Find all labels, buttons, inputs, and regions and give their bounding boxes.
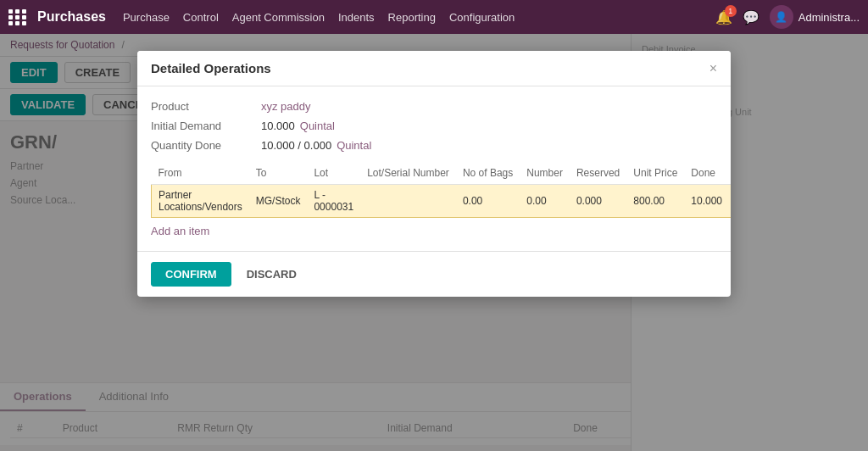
product-value[interactable]: xyz paddy xyxy=(261,100,311,113)
initial-demand-label: Initial Demand xyxy=(151,120,261,132)
apps-menu[interactable] xyxy=(8,9,27,25)
discard-button[interactable]: DISCARD xyxy=(238,262,305,287)
cell-number: 0.00 xyxy=(520,185,570,218)
col-unit-price: Unit Price xyxy=(626,162,684,185)
top-right-actions: 🔔 1 💬 👤 Administra... xyxy=(715,5,860,29)
menu-control[interactable]: Control xyxy=(183,11,219,24)
content-area: Requests for Quotation / EDIT CREATE VAL… xyxy=(0,34,868,451)
chat-icon[interactable]: 💬 xyxy=(743,9,760,25)
col-uom: Unit of Measure xyxy=(729,162,731,185)
col-lot-serial: Lot/Serial Number xyxy=(360,162,456,185)
cell-to: MG/Stock xyxy=(249,185,308,218)
quantity-done-value: 10.000 / 0.000 xyxy=(261,139,331,152)
modal-overlay: Detailed Operations × Product xyz paddy … xyxy=(0,34,868,451)
close-icon[interactable]: × xyxy=(709,62,717,75)
cell-bags: 0.00 xyxy=(456,185,520,218)
operations-detail-table: From To Lot Lot/Serial Number No of Bags… xyxy=(151,162,731,218)
notification-badge: 1 xyxy=(725,5,737,17)
quantity-done-label: Quantity Done xyxy=(151,139,261,152)
cell-uom: Quintal xyxy=(729,185,731,218)
top-navigation: Purchases Purchase Control Agent Commiss… xyxy=(0,0,868,34)
modal-header: Detailed Operations × xyxy=(137,51,731,86)
cell-reserved: 0.000 xyxy=(570,185,626,218)
modal-title: Detailed Operations xyxy=(151,61,271,75)
quantity-done-unit[interactable]: Quintal xyxy=(337,139,371,152)
col-lot: Lot xyxy=(307,162,360,185)
col-reserved: Reserved xyxy=(570,162,626,185)
quantity-done-row: Quantity Done 10.000 / 0.000 Quintal xyxy=(151,139,717,152)
product-label: Product xyxy=(151,100,261,113)
cell-done: 10.000 xyxy=(684,185,729,218)
col-done-qty: Done xyxy=(684,162,729,185)
product-row: Product xyz paddy xyxy=(151,100,717,113)
menu-purchase[interactable]: Purchase xyxy=(123,11,170,24)
modal-footer: CONFIRM DISCARD xyxy=(137,251,731,297)
app-brand: Purchases xyxy=(37,9,106,25)
cell-lot-serial xyxy=(360,185,456,218)
col-from: From xyxy=(152,162,249,185)
cell-unit-price: 800.00 xyxy=(626,185,684,218)
table-row: Partner Locations/Vendors MG/Stock L - 0… xyxy=(152,185,732,218)
notifications-icon[interactable]: 🔔 1 xyxy=(715,9,732,25)
add-item-link[interactable]: Add an item xyxy=(151,225,209,237)
user-name: Administra... xyxy=(798,11,860,24)
col-bags: No of Bags xyxy=(456,162,520,185)
initial-demand-unit[interactable]: Quintal xyxy=(300,120,335,132)
menu-configuration[interactable]: Configuration xyxy=(449,11,515,24)
top-menu: Purchase Control Agent Commission Indent… xyxy=(123,11,715,24)
menu-reporting[interactable]: Reporting xyxy=(388,11,436,24)
detailed-operations-modal: Detailed Operations × Product xyz paddy … xyxy=(137,51,731,297)
confirm-button[interactable]: CONFIRM xyxy=(151,262,231,287)
user-avatar: 👤 xyxy=(770,5,793,29)
modal-body: Product xyz paddy Initial Demand 10.000 … xyxy=(137,86,731,251)
col-number: Number xyxy=(520,162,570,185)
initial-demand-value: 10.000 xyxy=(261,120,295,132)
user-menu[interactable]: 👤 Administra... xyxy=(770,5,860,29)
menu-agent-commission[interactable]: Agent Commission xyxy=(232,11,325,24)
col-to: To xyxy=(249,162,308,185)
cell-lot: L - 0000031 xyxy=(307,185,360,218)
initial-demand-row: Initial Demand 10.000 Quintal xyxy=(151,120,717,132)
menu-indents[interactable]: Indents xyxy=(338,11,375,24)
cell-from: Partner Locations/Vendors xyxy=(152,185,249,218)
